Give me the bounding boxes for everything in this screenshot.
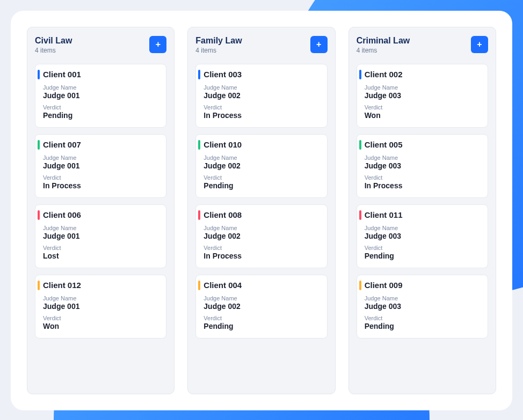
judge-name-value: Judge 003 — [365, 302, 480, 311]
add-card-button[interactable]: + — [310, 36, 328, 53]
verdict-value: In Process — [365, 181, 480, 190]
judge-name-value: Judge 003 — [365, 91, 480, 100]
case-card[interactable]: Client 004Judge NameJudge 002VerdictPend… — [195, 275, 327, 338]
client-name: Client 005 — [365, 140, 480, 149]
client-name: Client 008 — [204, 210, 319, 219]
verdict-label: Verdict — [43, 315, 158, 321]
status-color-bar — [198, 140, 200, 150]
judge-name-label: Judge Name — [365, 154, 480, 161]
judge-name-label: Judge Name — [43, 84, 158, 91]
client-name: Client 002 — [365, 70, 480, 79]
column-title-group: Civil Law4 items — [35, 36, 72, 54]
judge-name-label: Judge Name — [365, 295, 480, 301]
judge-name-value: Judge 002 — [204, 302, 319, 311]
case-card[interactable]: Client 009Judge NameJudge 003VerdictPend… — [357, 275, 488, 338]
verdict-value: In Process — [204, 111, 319, 120]
kanban-column: Civil Law4 items+Client 001Judge NameJud… — [27, 27, 175, 394]
column-header: Family Law4 items+ — [195, 36, 327, 54]
kanban-board: Civil Law4 items+Client 001Judge NameJud… — [11, 11, 512, 410]
add-card-button[interactable]: + — [471, 36, 488, 53]
status-color-bar — [198, 70, 200, 79]
status-color-bar — [38, 281, 40, 290]
judge-name-value: Judge 002 — [204, 232, 319, 240]
status-color-bar — [359, 140, 361, 150]
add-card-button[interactable]: + — [149, 36, 166, 53]
status-color-bar — [198, 210, 200, 220]
column-title: Family Law — [195, 36, 242, 46]
verdict-label: Verdict — [204, 174, 319, 181]
verdict-value: Lost — [43, 252, 158, 260]
case-card[interactable]: Client 011Judge NameJudge 003VerdictPend… — [357, 204, 488, 268]
case-card[interactable]: Client 008Judge NameJudge 002VerdictIn P… — [195, 204, 327, 268]
judge-name-label: Judge Name — [204, 154, 319, 161]
client-name: Client 001 — [43, 70, 158, 79]
verdict-value: Won — [43, 322, 158, 330]
case-card[interactable]: Client 007Judge NameJudge 001VerdictIn P… — [35, 134, 166, 198]
judge-name-label: Judge Name — [365, 225, 480, 231]
column-item-count: 4 items — [357, 47, 410, 54]
case-card[interactable]: Client 006Judge NameJudge 001VerdictLost — [35, 204, 166, 268]
judge-name-label: Judge Name — [204, 84, 319, 91]
plus-icon: + — [477, 40, 482, 49]
verdict-label: Verdict — [365, 104, 480, 110]
client-name: Client 006 — [43, 210, 158, 219]
status-color-bar — [38, 140, 40, 150]
status-color-bar — [38, 210, 40, 220]
verdict-value: Pending — [204, 181, 319, 190]
kanban-column: Criminal Law4 items+Client 002Judge Name… — [348, 27, 496, 394]
verdict-label: Verdict — [365, 315, 480, 321]
plus-icon: + — [316, 40, 321, 49]
verdict-label: Verdict — [43, 174, 158, 181]
verdict-label: Verdict — [204, 245, 319, 251]
judge-name-value: Judge 003 — [365, 161, 480, 170]
verdict-value: Pending — [365, 252, 480, 260]
case-card[interactable]: Client 005Judge NameJudge 003VerdictIn P… — [357, 134, 488, 198]
verdict-label: Verdict — [204, 104, 319, 110]
case-card[interactable]: Client 010Judge NameJudge 002VerdictPend… — [195, 134, 327, 198]
plus-icon: + — [156, 40, 161, 49]
card-list: Client 003Judge NameJudge 002VerdictIn P… — [195, 64, 327, 338]
case-card[interactable]: Client 012Judge NameJudge 001VerdictWon — [35, 275, 166, 338]
judge-name-value: Judge 001 — [43, 161, 158, 170]
kanban-column: Family Law4 items+Client 003Judge NameJu… — [187, 27, 335, 394]
verdict-label: Verdict — [204, 315, 319, 321]
judge-name-value: Judge 002 — [204, 161, 319, 170]
status-color-bar — [359, 281, 361, 290]
judge-name-value: Judge 002 — [204, 91, 319, 100]
verdict-label: Verdict — [365, 245, 480, 251]
client-name: Client 012 — [43, 281, 158, 290]
status-color-bar — [359, 210, 361, 220]
verdict-value: Pending — [204, 322, 319, 330]
client-name: Client 003 — [204, 70, 319, 79]
client-name: Client 011 — [365, 210, 480, 219]
column-title-group: Criminal Law4 items — [357, 36, 410, 54]
judge-name-value: Judge 001 — [43, 302, 158, 311]
judge-name-label: Judge Name — [365, 84, 480, 91]
column-header: Criminal Law4 items+ — [357, 36, 488, 54]
judge-name-label: Judge Name — [43, 154, 158, 161]
client-name: Client 004 — [204, 281, 319, 290]
status-color-bar — [359, 70, 361, 79]
card-list: Client 001Judge NameJudge 001VerdictPend… — [35, 64, 166, 338]
judge-name-label: Judge Name — [43, 225, 158, 231]
judge-name-label: Judge Name — [204, 295, 319, 301]
case-card[interactable]: Client 003Judge NameJudge 002VerdictIn P… — [195, 64, 327, 128]
client-name: Client 009 — [365, 281, 480, 290]
judge-name-value: Judge 001 — [43, 232, 158, 240]
verdict-value: In Process — [43, 181, 158, 190]
case-card[interactable]: Client 001Judge NameJudge 001VerdictPend… — [35, 64, 166, 128]
judge-name-value: Judge 001 — [43, 91, 158, 100]
case-card[interactable]: Client 002Judge NameJudge 003VerdictWon — [357, 64, 488, 128]
judge-name-label: Judge Name — [204, 225, 319, 231]
status-color-bar — [38, 70, 40, 79]
column-header: Civil Law4 items+ — [35, 36, 166, 54]
status-color-bar — [198, 281, 200, 290]
column-item-count: 4 items — [195, 47, 242, 54]
judge-name-label: Judge Name — [43, 295, 158, 301]
verdict-label: Verdict — [43, 245, 158, 251]
verdict-value: Pending — [43, 111, 158, 120]
verdict-value: In Process — [204, 252, 319, 260]
client-name: Client 007 — [43, 140, 158, 149]
judge-name-value: Judge 003 — [365, 232, 480, 240]
card-list: Client 002Judge NameJudge 003VerdictWonC… — [357, 64, 488, 338]
